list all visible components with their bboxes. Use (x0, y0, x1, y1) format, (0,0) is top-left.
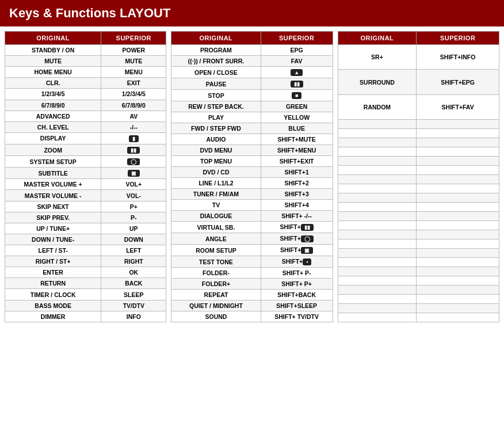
superior-cell: SHIFT+▪ (261, 256, 333, 268)
table-row: DIMMERINFO (5, 311, 166, 322)
table-row: SURROUNDSHIFT+EPG (338, 70, 499, 94)
original-cell (338, 120, 417, 129)
table-row (338, 212, 499, 221)
superior-cell: YELLOW (261, 112, 333, 123)
original-cell (338, 239, 417, 248)
table-row: 1/2/3/4/51/2/3/4/5 (5, 89, 166, 100)
superior-cell: SHIFT+3 (261, 189, 333, 200)
original-cell: MASTER VOLUME + (5, 179, 101, 190)
superior-cell: SHIFT+BACK (261, 290, 333, 301)
superior-cell: MENU (101, 67, 166, 78)
superior-cell: DOWN (101, 234, 166, 245)
stop-icon: ■ (292, 92, 301, 99)
original-cell: ZOOM (5, 144, 101, 156)
pause-icon: ▮▮ (291, 81, 303, 88)
superior-cell: SHIFT+EPG (417, 70, 499, 94)
original-cell: MUTE (5, 56, 101, 67)
original-cell: DVD MENU (171, 145, 261, 156)
original-cell (338, 285, 417, 294)
superior-cell: SLEEP (101, 289, 166, 300)
table-row (338, 157, 499, 166)
original-cell (338, 184, 417, 193)
original-cell: UP / TUNE+ (5, 223, 101, 234)
table1-header-superior: SUPERIOR (101, 32, 166, 45)
table-row: AUDIOSHIFT+MUTE (171, 134, 333, 145)
table-row (338, 267, 499, 276)
superior-cell (417, 166, 499, 175)
superior-cell: VOL+ (101, 179, 166, 190)
original-cell (338, 166, 417, 175)
table-row: RETURNBACK (5, 278, 166, 289)
table3-header-original: ORIGINAL (338, 32, 417, 45)
original-cell: PROGRAM (171, 45, 261, 56)
superior-cell (417, 294, 499, 303)
original-cell: 6/7/8/9/0 (5, 100, 101, 111)
original-cell (338, 147, 417, 157)
superior-cell: SHIFT+4 (261, 200, 333, 211)
tables-container: ORIGINAL SUPERIOR STANDBY / ONPOWERMUTEM… (0, 26, 504, 327)
table-row: MASTER VOLUME -VOL- (5, 190, 166, 201)
superior-cell (417, 303, 499, 313)
superior-cell: TV/DTV (101, 300, 166, 311)
superior-cell: SHIFT+MENU (261, 145, 333, 156)
superior-cell (417, 175, 499, 184)
superior-cell (417, 257, 499, 267)
superior-cell: LEFT (101, 245, 166, 256)
original-cell: LEFT / ST- (5, 245, 101, 256)
original-cell: DISPLAY (5, 132, 101, 144)
table-row: ANGLESHIFT+◯ (171, 233, 333, 245)
table-row: FOLDER-SHIFT+ P- (171, 268, 333, 279)
superior-cell: RIGHT (101, 256, 166, 267)
original-cell: HOME MENU (5, 67, 101, 78)
original-cell: TUNER / FM/AM (171, 189, 261, 200)
superior-cell (417, 221, 499, 230)
superior-cell: -/-- (101, 121, 166, 132)
superior-cell: SHIFT+MUTE (261, 134, 333, 145)
original-cell (338, 276, 417, 285)
table-row: REW / STEP BACK.GREEN (171, 101, 333, 112)
table-row (338, 285, 499, 294)
superior-cell: SHIFT+ P- (261, 268, 333, 279)
superior-cell (417, 239, 499, 248)
table-row: SKIP PREV.P- (5, 212, 166, 223)
original-cell (338, 303, 417, 313)
table-row: CLR.EXIT (5, 78, 166, 89)
original-cell: SKIP NEXT (5, 201, 101, 212)
superior-cell: SHIFT+1 (261, 167, 333, 178)
superior-cell: SHIFT+INFO (417, 45, 499, 70)
table-row: FWD / STEP FWDBLUE (171, 123, 333, 134)
open-icon: ▲ (291, 69, 303, 76)
table-row: SOUNDSHIFT+ TV/DTV (171, 311, 333, 322)
superior-cell: P- (101, 212, 166, 223)
original-cell (338, 313, 417, 322)
superior-cell: EPG (261, 45, 333, 56)
table-row: 6/7/8/9/06/7/8/9/0 (5, 100, 166, 111)
test-icon: ▪ (303, 258, 311, 265)
table-row (338, 221, 499, 230)
superior-cell (417, 147, 499, 157)
superior-cell: GREEN (261, 101, 333, 112)
table-row (338, 230, 499, 239)
superior-cell: ▲ (261, 67, 333, 78)
original-cell: TV (171, 200, 261, 211)
table-row: PAUSE▮▮ (171, 78, 333, 90)
table-row: DVD MENUSHIFT+MENU (171, 145, 333, 156)
table-row: DIALOGUESHIFT+ -/-- (171, 211, 333, 222)
superior-cell: ■ (261, 90, 333, 101)
table-row: DISPLAY▮ (5, 132, 166, 144)
original-cell: FOLDER+ (171, 279, 261, 290)
table-row: STOP■ (171, 90, 333, 101)
table-row: LINE / L1/L2SHIFT+2 (171, 178, 333, 189)
superior-cell: SHIFT+◯ (261, 233, 333, 245)
table-row: TVSHIFT+4 (171, 200, 333, 211)
original-cell (338, 212, 417, 221)
original-cell (338, 138, 417, 147)
superior-cell: VOL- (101, 190, 166, 201)
superior-cell (417, 203, 499, 212)
original-cell (338, 221, 417, 230)
original-cell: 1/2/3/4/5 (5, 89, 101, 100)
superior-cell (417, 193, 499, 203)
table-row (338, 303, 499, 313)
original-cell: AUDIO (171, 134, 261, 145)
original-cell: ANGLE (171, 233, 261, 245)
